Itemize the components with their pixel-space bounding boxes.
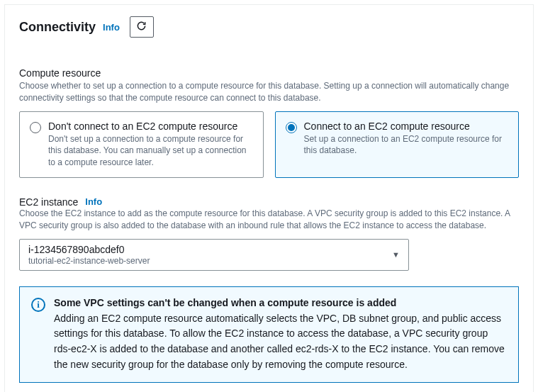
vpc-info-box: i Some VPC settings can't be changed whe…	[19, 286, 519, 383]
header-info-link[interactable]: Info	[103, 22, 120, 33]
option-desc: Set up a connection to an EC2 compute re…	[304, 133, 509, 157]
ec2-instance-label: EC2 instance	[19, 196, 78, 208]
option-dont-connect[interactable]: Don't connect to an EC2 compute resource…	[19, 111, 264, 178]
ec2-instance-label-row: EC2 instance Info	[19, 196, 519, 208]
connectivity-panel: Connectivity Info Compute resource Choos…	[4, 4, 534, 392]
select-text: i-1234567890abcdef0 tutorial-ec2-instanc…	[28, 244, 150, 266]
refresh-button[interactable]	[130, 16, 154, 38]
option-connect[interactable]: Connect to an EC2 compute resource Set u…	[275, 111, 520, 178]
compute-resource-desc: Choose whether to set up a connection to…	[19, 80, 519, 104]
panel-body: Compute resource Choose whether to set u…	[5, 67, 533, 392]
option-title: Connect to an EC2 compute resource	[304, 121, 509, 132]
compute-resource-label: Compute resource	[19, 67, 519, 79]
option-desc: Don't set up a connection to a compute r…	[48, 133, 253, 169]
panel-header: Connectivity Info	[5, 5, 533, 49]
radio-icon	[30, 122, 41, 133]
info-icon: i	[31, 298, 45, 312]
select-value: i-1234567890abcdef0	[28, 244, 150, 255]
refresh-icon	[136, 21, 147, 33]
option-title: Don't connect to an EC2 compute resource	[48, 121, 253, 132]
compute-resource-options: Don't connect to an EC2 compute resource…	[19, 111, 519, 178]
panel-title: Connectivity	[19, 20, 96, 35]
ec2-instance-info-link[interactable]: Info	[85, 196, 102, 207]
chevron-down-icon: ▼	[392, 250, 400, 259]
info-box-body: Adding an EC2 compute resource automatic…	[54, 311, 507, 373]
ec2-instance-desc: Choose the EC2 instance to add as the co…	[19, 208, 519, 232]
info-box-title: Some VPC settings can't be changed when …	[54, 297, 507, 308]
ec2-instance-select[interactable]: i-1234567890abcdef0 tutorial-ec2-instanc…	[19, 239, 409, 271]
radio-icon	[286, 122, 297, 133]
select-subtext: tutorial-ec2-instance-web-server	[28, 256, 150, 266]
